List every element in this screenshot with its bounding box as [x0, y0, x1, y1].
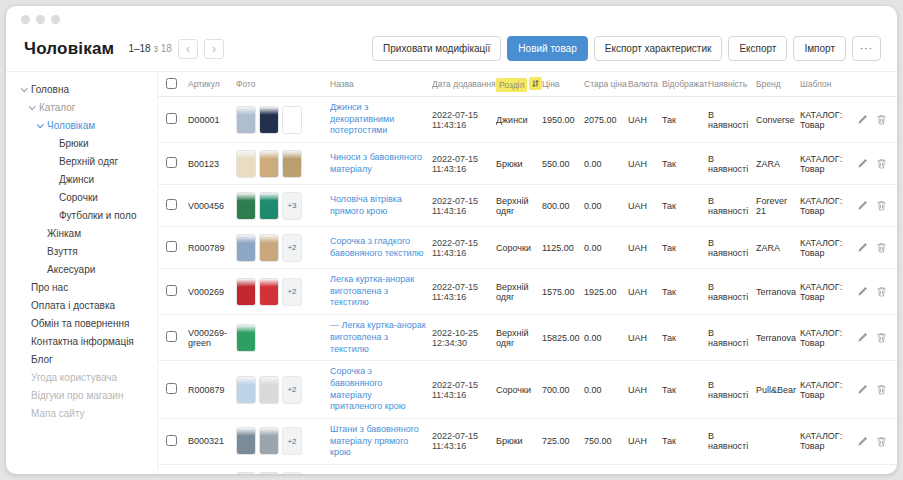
section-cell: Джинси [496, 115, 542, 125]
product-table-body: D00001 Джинси з декоративними потертостя… [158, 97, 897, 474]
product-name-link[interactable]: Чоловіча вітрівка прямого крою [330, 194, 402, 216]
more-photos-badge[interactable]: +2 [282, 278, 302, 306]
sidebar-item[interactable]: Верхній одяг [6, 152, 157, 170]
row-checkbox[interactable] [166, 285, 177, 296]
delete-icon[interactable] [876, 332, 887, 343]
delete-icon[interactable] [876, 114, 887, 125]
edit-icon[interactable] [857, 384, 868, 395]
sidebar-item-label: Каталог [39, 102, 75, 113]
sidebar-item[interactable]: Каталог [6, 98, 157, 116]
sidebar-item[interactable]: Відгуки про магазин [6, 386, 157, 404]
window-control-dot[interactable] [36, 15, 45, 24]
column-header-template[interactable]: Шаблон [800, 79, 848, 89]
new-product-button[interactable]: Новий товар [507, 36, 587, 61]
section-cell: Верхній одяг [496, 328, 542, 348]
column-header-section[interactable]: Розділ [496, 77, 542, 92]
pagination-prev-button[interactable]: ‹ [178, 39, 198, 59]
sidebar-item[interactable]: Контактна інформація [6, 332, 157, 350]
edit-icon[interactable] [857, 436, 868, 447]
sidebar-item-label: Жінкам [47, 228, 81, 239]
sidebar-item[interactable]: Сорочки [6, 188, 157, 206]
row-checkbox[interactable] [166, 241, 177, 252]
row-checkbox[interactable] [166, 113, 177, 124]
product-photo [259, 192, 279, 220]
delete-icon[interactable] [876, 158, 887, 169]
column-header-sku[interactable]: Артикул [188, 79, 236, 89]
product-name-link[interactable]: Легка куртка-анорак виготовлена з тексти… [330, 274, 414, 307]
more-actions-button[interactable]: ··· [852, 36, 881, 61]
sidebar-item[interactable]: Взуття [6, 242, 157, 260]
more-photos-badge[interactable]: +3 [282, 192, 302, 220]
edit-icon[interactable] [857, 114, 868, 125]
sidebar-item[interactable]: Блог [6, 350, 157, 368]
delete-icon[interactable] [876, 384, 887, 395]
row-checkbox[interactable] [166, 157, 177, 168]
delete-icon[interactable] [876, 242, 887, 253]
template-cell: КАТАЛОГ: Товар [800, 154, 848, 174]
edit-icon[interactable] [857, 286, 868, 297]
product-name-link[interactable]: Чиноси з бавовняного матеріалу [330, 152, 422, 174]
row-checkbox[interactable] [166, 435, 177, 446]
edit-icon[interactable] [857, 158, 868, 169]
sidebar-item[interactable]: Джинси [6, 170, 157, 188]
more-photos-badge[interactable]: +2 [282, 234, 302, 262]
edit-icon[interactable] [857, 332, 868, 343]
export-button[interactable]: Експорт [728, 36, 787, 61]
more-photos-badge[interactable]: +2 [282, 472, 302, 475]
sidebar-item[interactable]: Брюки [6, 134, 157, 152]
column-header-price[interactable]: Ціна [542, 79, 584, 89]
hide-modifications-button[interactable]: Приховати модифікації [372, 36, 501, 61]
delete-icon[interactable] [876, 286, 887, 297]
more-photos-badge[interactable]: +2 [282, 427, 302, 455]
sort-icon[interactable] [529, 77, 542, 90]
product-name-link[interactable]: Сорочка з гладкого бавовняного текстилю [330, 236, 424, 258]
window-control-dot[interactable] [51, 15, 60, 24]
photo-thumbs: +2 [236, 376, 324, 404]
sidebar-item[interactable]: Аксесуари [6, 260, 157, 278]
table-row: V000269-green — Легка куртка-анорак виго… [158, 315, 897, 361]
column-header-date[interactable]: Дата додавання [432, 79, 496, 89]
column-header-availability[interactable]: Наявність [708, 79, 756, 89]
edit-icon[interactable] [857, 200, 868, 211]
old-price-cell: 0.00 [584, 385, 628, 395]
sku-cell: R000879 [188, 385, 236, 395]
column-header-photo[interactable]: Фото [236, 79, 330, 89]
row-actions [848, 384, 889, 395]
column-header-display[interactable]: Відображати [662, 79, 708, 89]
sidebar-item[interactable]: Жінкам [6, 224, 157, 242]
product-name-link[interactable]: Джинси з декоративними потертостями [330, 102, 394, 135]
window-control-dot[interactable] [21, 15, 30, 24]
product-name-link[interactable]: Сорочка з бавовняного матеріалу притален… [330, 366, 405, 411]
delete-icon[interactable] [876, 200, 887, 211]
column-header-name[interactable]: Назва [330, 79, 432, 89]
row-checkbox[interactable] [166, 383, 177, 394]
select-all-checkbox[interactable] [166, 78, 177, 89]
more-photos-badge[interactable]: +2 [282, 376, 302, 404]
pagination-next-button[interactable]: › [204, 39, 224, 59]
sidebar-item[interactable]: Оплата і доставка [6, 296, 157, 314]
sidebar-item[interactable]: Футболки и поло [6, 206, 157, 224]
edit-icon[interactable] [857, 242, 868, 253]
row-checkbox[interactable] [166, 199, 177, 210]
date-cell: 2022-07-15 11:43:16 [432, 196, 496, 216]
import-button[interactable]: Імпорт [793, 36, 846, 61]
column-header-old-price[interactable]: Стара ціна [584, 79, 628, 89]
column-header-currency[interactable]: Валюта [628, 79, 662, 89]
availability-cell: В наявності [708, 154, 756, 174]
sidebar-item[interactable]: Про нас [6, 278, 157, 296]
product-photo [259, 427, 279, 455]
sidebar-item[interactable]: Обмін та повернення [6, 314, 157, 332]
sidebar-item[interactable]: Мапа сайту [6, 404, 157, 422]
sidebar-item[interactable]: Угода користувача [6, 368, 157, 386]
export-characteristics-button[interactable]: Експорт характеристик [594, 36, 723, 61]
app-window: Чоловікам 1–18 з 18 ‹ › Приховати модифі… [6, 6, 897, 474]
table-row: V000456 +3 Чоловіча вітрівка прямого кро… [158, 185, 897, 227]
product-name-link[interactable]: — Легка куртка-анорак виготовлена з текс… [330, 320, 426, 353]
row-checkbox[interactable] [166, 331, 177, 342]
column-header-brand[interactable]: Бренд [756, 79, 800, 89]
product-name-link[interactable]: Штани з бавовняного матеріалу прямого кр… [330, 424, 419, 457]
sidebar-item[interactable]: Головна [6, 80, 157, 98]
delete-icon[interactable] [876, 436, 887, 447]
display-cell: Так [662, 436, 708, 446]
sidebar-item[interactable]: Чоловікам [6, 116, 157, 134]
